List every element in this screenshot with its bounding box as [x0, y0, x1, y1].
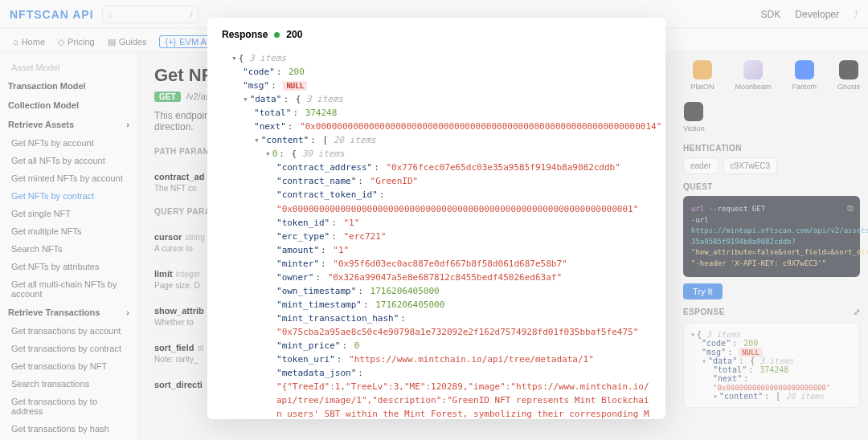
toggle-icon[interactable]: ▾: [254, 135, 260, 145]
toggle-icon[interactable]: ▾: [265, 149, 271, 159]
toggle-icon[interactable]: ▾: [231, 53, 237, 63]
modal-title: Response: [222, 29, 268, 40]
status-dot-icon: [274, 32, 280, 38]
json-tree[interactable]: ▾{ 3 items code: 200 msg: NULL ▾data: { …: [222, 51, 651, 419]
response-modal: Response 200 ▾{ 3 items code: 200 msg: N…: [207, 18, 665, 419]
status-code: 200: [286, 29, 302, 40]
toggle-icon[interactable]: ▾: [243, 94, 248, 104]
